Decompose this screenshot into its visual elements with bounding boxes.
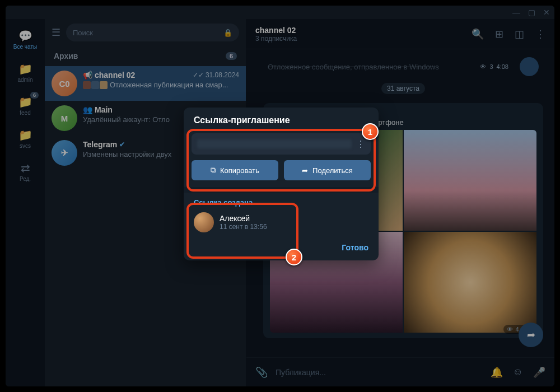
link-menu-icon[interactable]: ⋮ bbox=[356, 139, 365, 150]
link-created-label: Ссылка создана bbox=[184, 193, 379, 210]
creator-time: 11 сент в 13:56 bbox=[220, 223, 267, 231]
avatar bbox=[194, 212, 214, 232]
copy-icon: ⧉ bbox=[211, 166, 216, 175]
creator-row[interactable]: Алексей 11 сент в 13:56 bbox=[184, 210, 379, 239]
copy-button[interactable]: ⧉Копировать bbox=[192, 160, 278, 180]
done-button[interactable]: Готово bbox=[342, 243, 368, 252]
modal-title: Ссылка-приглашение bbox=[184, 115, 379, 131]
share-button[interactable]: ➦Поделиться bbox=[284, 160, 371, 180]
invite-link-field[interactable]: ⋮ bbox=[192, 133, 371, 155]
link-value-blurred bbox=[197, 139, 352, 148]
creator-name: Алексей bbox=[220, 214, 267, 223]
invite-link-modal: Ссылка-приглашение ⋮ ⧉Копировать ➦Подели… bbox=[184, 108, 379, 260]
share-icon: ➦ bbox=[302, 166, 308, 175]
